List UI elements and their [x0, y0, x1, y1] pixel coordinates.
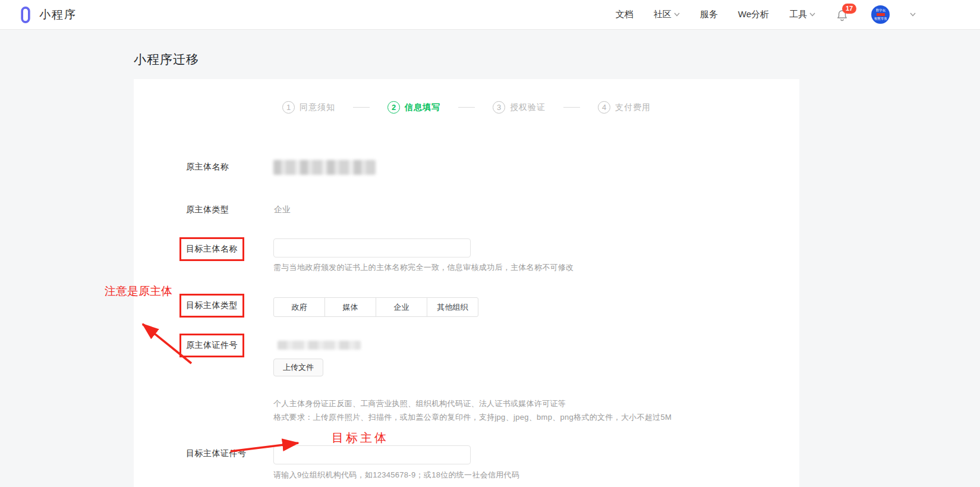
nav-item-services[interactable]: 服务 [700, 9, 718, 20]
step-label: 授权验证 [510, 102, 546, 113]
nav-item-we-analytics[interactable]: We分析 [738, 9, 769, 20]
target-cert-number-input[interactable] [273, 445, 471, 464]
navbar-menu: 文档 社区 服务 We分析 工具 [616, 5, 980, 24]
original-cert-number-label: 原主体证件号 [186, 340, 238, 351]
step-connector [563, 107, 580, 108]
top-navbar: 小程序 文档 社区 服务 We分析 工具 [0, 0, 980, 30]
redacted-original-entity-name [273, 160, 376, 175]
cert-helper-line1: 个人主体身份证正反面、工商营业执照、组织机构代码证、法人证书或媒体许可证等 [273, 398, 566, 409]
nav-item-label: 工具 [789, 9, 807, 20]
brand[interactable]: 小程序 [0, 6, 77, 24]
option-government[interactable]: 政府 [273, 297, 325, 317]
step-connector [458, 107, 475, 108]
option-other-org[interactable]: 其他组织 [427, 297, 478, 317]
chevron-down-icon [674, 12, 680, 17]
original-entity-name-label: 原主体名称 [186, 162, 229, 172]
step-agree-notice: 1 同意须知 [282, 101, 335, 114]
step-number: 3 [493, 101, 505, 114]
step-fill-info-active: 2 信息填写 [387, 101, 440, 114]
target-entity-name-input[interactable] [273, 238, 471, 257]
account-avatar[interactable]: 数字化 智慧零售 [871, 5, 890, 24]
step-connector [353, 107, 370, 108]
nav-item-tools[interactable]: 工具 [789, 9, 815, 20]
target-entity-name-helper: 需与当地政府颁发的证书上的主体名称完全一致，信息审核成功后，主体名称不可修改 [273, 262, 573, 273]
target-cert-number-label: 目标主体证件号 [186, 448, 247, 459]
upload-file-button[interactable]: 上传文件 [273, 359, 323, 376]
nav-item-docs[interactable]: 文档 [616, 9, 634, 20]
page-title: 小程序迁移 [134, 51, 199, 68]
app-window: 小程序 文档 社区 服务 We分析 工具 [0, 0, 980, 487]
step-payment: 4 支付费用 [598, 101, 651, 114]
option-media[interactable]: 媒体 [324, 297, 376, 317]
miniprogram-logo-icon [17, 6, 34, 24]
step-number: 4 [598, 101, 610, 114]
nav-item-label: 服务 [700, 9, 718, 20]
annotation-note-original-entity: 注意是原主体 [105, 284, 172, 299]
step-auth-verify: 3 授权验证 [493, 101, 546, 114]
target-entity-type-label: 目标主体类型 [186, 300, 238, 311]
cert-helper-line2: 格式要求：上传原件照片、扫描件，或加盖公章的复印件，支持jpg、jpeg、bmp… [273, 412, 672, 423]
target-entity-name-label: 目标主体名称 [186, 244, 238, 255]
chevron-down-icon [809, 12, 815, 17]
step-label: 信息填写 [405, 102, 440, 113]
step-label: 同意须知 [300, 102, 335, 113]
target-entity-type-options: 政府 媒体 企业 其他组织 [273, 297, 478, 317]
nav-item-label: 文档 [616, 9, 634, 20]
step-label: 支付费用 [615, 102, 651, 113]
option-enterprise[interactable]: 企业 [376, 297, 427, 317]
migration-form-card: 1 同意须知 2 信息填写 3 授权验证 4 支付费用 原主体名称 原主体类型 [134, 79, 799, 487]
avatar-red-banner [877, 13, 885, 16]
original-entity-type-label: 原主体类型 [186, 205, 229, 215]
notification-count-badge: 17 [842, 4, 856, 14]
redacted-original-cert-number [278, 341, 361, 350]
avatar-text: 数字化 [875, 8, 885, 12]
target-cert-number-helper: 请输入9位组织机构代码，如12345678-9；或18位的统一社会信用代码 [273, 470, 519, 480]
avatar-text: 智慧零售 [874, 17, 887, 20]
progress-stepper: 1 同意须知 2 信息填写 3 授权验证 4 支付费用 [134, 101, 799, 114]
account-chevron-down-icon[interactable] [910, 12, 916, 17]
nav-item-label: We分析 [738, 9, 769, 20]
nav-item-label: 社区 [654, 9, 672, 20]
nav-item-community[interactable]: 社区 [654, 9, 680, 20]
notification-bell-button[interactable]: 17 [836, 7, 851, 23]
step-number: 2 [387, 101, 400, 114]
brand-title: 小程序 [39, 7, 77, 23]
original-entity-type-value: 企业 [274, 205, 291, 215]
annotation-target-entity: 目标主体 [332, 430, 389, 446]
step-number: 1 [282, 101, 295, 114]
